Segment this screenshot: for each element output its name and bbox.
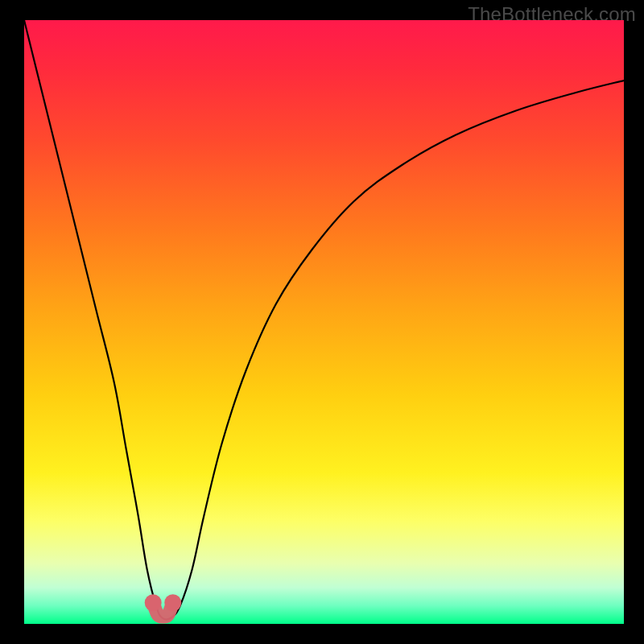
plot-area (24, 20, 624, 624)
bottleneck-curve (24, 20, 624, 620)
curve-svg (24, 20, 624, 624)
optimal-range-dots (145, 594, 182, 611)
highlight-endpoint-dot (164, 594, 181, 611)
chart-container: TheBottleneck.com (0, 0, 644, 644)
highlight-endpoint-dot (145, 594, 162, 611)
